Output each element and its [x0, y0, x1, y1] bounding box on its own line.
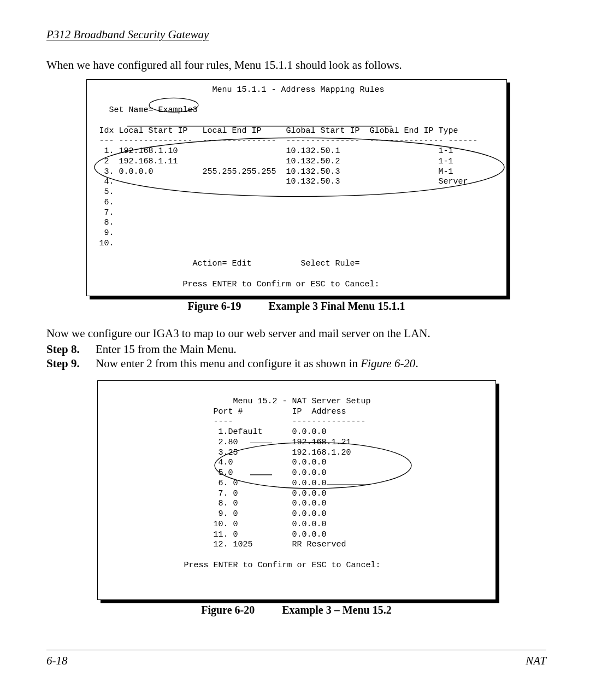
terminal-content: Menu 15.1.1 - Address Mapping Rules Set …	[86, 79, 507, 296]
step-text: Enter 15 from the Main Menu.	[96, 343, 546, 356]
figure-6-19-terminal: Menu 15.1.1 - Address Mapping Rules Set …	[86, 79, 507, 296]
section-name: NAT	[526, 654, 546, 668]
figure-title: Example 3 Final Menu 15.1.1	[268, 300, 405, 312]
terminal-content: Menu 15.2 - NAT Server Setup Port # IP A…	[97, 380, 496, 600]
page-number: 6-18	[46, 654, 68, 668]
figure-title: Example 3 – Menu 15.2	[282, 604, 392, 616]
figure-6-20-caption: Figure 6-20Example 3 – Menu 15.2	[46, 603, 546, 617]
figure-6-19-caption: Figure 6-19Example 3 Final Menu 15.1.1	[46, 299, 546, 313]
intro-paragraph: When we have configured all four rules, …	[46, 58, 546, 72]
figure-number: Figure 6-19	[188, 300, 241, 312]
page: P312 Broadband Security Gateway When we …	[0, 0, 590, 690]
mid-paragraph: Now we configure our IGA3 to map to our …	[46, 326, 546, 340]
running-header: P312 Broadband Security Gateway	[46, 27, 546, 43]
figure-6-20-terminal: Menu 15.2 - NAT Server Setup Port # IP A…	[97, 380, 496, 600]
step-label: Step 8.	[46, 343, 96, 356]
steps-list: Step 8.Enter 15 from the Main Menu.Step …	[46, 343, 546, 370]
step-text: Now enter 2 from this menu and configure…	[96, 357, 546, 370]
page-footer: 6-18 NAT	[46, 650, 546, 668]
step-label: Step 9.	[46, 357, 96, 370]
step-row: Step 9.Now enter 2 from this menu and co…	[46, 357, 546, 370]
step-row: Step 8.Enter 15 from the Main Menu.	[46, 343, 546, 356]
figure-number: Figure 6-20	[201, 604, 255, 616]
